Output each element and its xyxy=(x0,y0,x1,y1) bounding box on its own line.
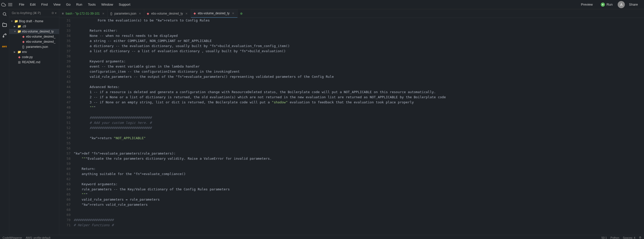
menu-window[interactable]: Window xyxy=(99,2,116,7)
tabs: ≡ bash - "ip-172-31-39-101 × {} paramete… xyxy=(59,9,644,18)
menubar: File Edit Find View Go Run Tools Window … xyxy=(0,0,644,9)
main: aws Go to Anything (⌘ P) ⚙ ▾ ▼📁Blog draf… xyxy=(0,9,644,235)
tab-ebs-2[interactable]: ◆ ebs-volume_desired_ty × xyxy=(191,9,238,18)
play-icon xyxy=(601,3,605,7)
run-label: Run xyxy=(606,3,613,6)
tab-toggle-icon: ≡ xyxy=(62,12,64,15)
json-icon: {} xyxy=(110,12,112,15)
close-icon[interactable]: × xyxy=(232,11,235,15)
activity-bar: aws xyxy=(0,9,9,235)
menu-support[interactable]: Support xyxy=(116,2,133,7)
tab-ebs-1[interactable]: ◆ ebs-volume_desired_ty × xyxy=(144,9,191,18)
tree-file-1-label: ebs-volume_desired_ xyxy=(26,40,55,44)
menu-hamburger-icon[interactable] xyxy=(8,2,13,7)
tree-main-folder-label: ebs-volume_desired_ty xyxy=(22,30,54,33)
svg-point-3 xyxy=(3,13,6,15)
tree-root[interactable]: ▼📁Blog draft - /home xyxy=(9,19,59,24)
tree-env-label: env xyxy=(22,50,27,54)
cloud9-icon[interactable] xyxy=(1,2,6,7)
menu-find[interactable]: Find xyxy=(39,2,50,7)
close-icon[interactable]: × xyxy=(185,12,188,16)
sidebar: Go to Anything (⌘ P) ⚙ ▾ ▼📁Blog draft - … xyxy=(9,9,59,235)
status-codewhisperer[interactable]: CodeWhisperer xyxy=(3,236,22,239)
gutter: 3132333435363738394041424344454647484950… xyxy=(59,18,74,235)
tab-parameters-label: parameters.json xyxy=(114,12,136,15)
tab-bash[interactable]: ≡ bash - "ip-172-31-39-101 × xyxy=(59,9,108,18)
activity-aws[interactable]: aws xyxy=(1,43,8,50)
menu-run[interactable]: Run xyxy=(74,2,85,7)
menubar-left: File Edit Find View Go Run Tools Window … xyxy=(1,2,133,7)
avatar[interactable]: A xyxy=(618,1,625,8)
tree-file-2[interactable]: {}parameters.json xyxy=(9,44,59,49)
search-placeholder[interactable]: Go to Anything (⌘ P) xyxy=(12,11,41,15)
tab-ebs-1-label: ebs-volume_desired_ty xyxy=(151,12,183,15)
tree-code-label: code.py xyxy=(22,55,33,59)
tree-file-0[interactable]: ◆ebs-volume_desired_ xyxy=(9,34,59,39)
svg-rect-1 xyxy=(8,4,12,5)
menu-icons xyxy=(1,2,13,7)
tree-env[interactable]: ▶📁env xyxy=(9,49,59,55)
svg-point-5 xyxy=(5,34,6,35)
svg-line-4 xyxy=(5,15,6,16)
tree-main-folder[interactable]: ▼📁ebs-volume_desired_ty xyxy=(9,29,59,34)
status-spaces[interactable]: Spaces: 4 xyxy=(623,236,635,239)
file-tree: ▼📁Blog draft - /home ▶📁.c9 ▼📁ebs-volume_… xyxy=(9,17,59,66)
tree-file-1[interactable]: ◆ebs-volume_desired_ xyxy=(9,39,59,44)
menu-view[interactable]: View xyxy=(51,2,63,7)
menu-tools[interactable]: Tools xyxy=(85,2,98,7)
python-icon: ◆ xyxy=(194,12,196,15)
statusbar: CodeWhisperer AWS: profile:default 50:1 … xyxy=(0,235,644,239)
status-gear-icon[interactable]: ⚙ xyxy=(639,236,641,239)
code[interactable]: Form the evaluation(s) to be "kw">return… xyxy=(74,18,644,235)
activity-scm[interactable] xyxy=(1,32,8,39)
menu-go[interactable]: Go xyxy=(64,2,73,7)
menu-edit[interactable]: Edit xyxy=(27,2,38,7)
status-aws-profile[interactable]: AWS: profile:default xyxy=(26,236,50,239)
tree-readme-label: README.md xyxy=(22,60,40,64)
menubar-right: Preview Run A Share xyxy=(578,1,640,8)
statusbar-right: 50:1 Python Spaces: 4 ⚙ xyxy=(601,236,641,239)
tab-bash-label: bash - "ip-172-31-39-101 xyxy=(66,12,100,15)
menu-file[interactable]: File xyxy=(16,2,27,7)
status-cursor[interactable]: 50:1 xyxy=(601,236,607,239)
tree-file-2-label: parameters.json xyxy=(26,45,48,49)
tab-parameters[interactable]: {} parameters.json × xyxy=(108,9,144,18)
activity-search[interactable] xyxy=(1,11,8,17)
searchbar: Go to Anything (⌘ P) ⚙ ▾ xyxy=(9,9,59,17)
share-button[interactable]: Share xyxy=(627,2,640,7)
tab-ebs-2-label: ebs-volume_desired_ty xyxy=(198,12,230,15)
python-icon: ◆ xyxy=(147,12,149,15)
preview-button[interactable]: Preview xyxy=(578,2,596,7)
editor-area: ≡ bash - "ip-172-31-39-101 × {} paramete… xyxy=(59,9,644,235)
gear-icon[interactable]: ⚙ ▾ xyxy=(51,11,57,15)
close-icon[interactable]: × xyxy=(102,12,105,16)
new-tab-button[interactable]: ⊕ xyxy=(238,12,245,15)
status-lang[interactable]: Python xyxy=(611,236,619,239)
activity-files[interactable] xyxy=(1,21,8,28)
svg-rect-2 xyxy=(8,6,12,6)
tree-file-0-label: ebs-volume_desired_ xyxy=(26,35,55,38)
tree-code[interactable]: ◆code.py xyxy=(9,55,59,60)
statusbar-left: CodeWhisperer AWS: profile:default xyxy=(3,236,50,239)
tree-c9[interactable]: ▶📁.c9 xyxy=(9,24,59,29)
svg-rect-0 xyxy=(8,3,12,3)
code-area[interactable]: 3132333435363738394041424344454647484950… xyxy=(59,18,644,235)
tree-readme[interactable]: ▦README.md xyxy=(9,60,59,65)
tree-c9-label: .c9 xyxy=(22,25,26,28)
tree-root-label: Blog draft - /home xyxy=(19,19,43,23)
run-button[interactable]: Run xyxy=(598,2,616,8)
close-icon[interactable]: × xyxy=(138,12,141,16)
